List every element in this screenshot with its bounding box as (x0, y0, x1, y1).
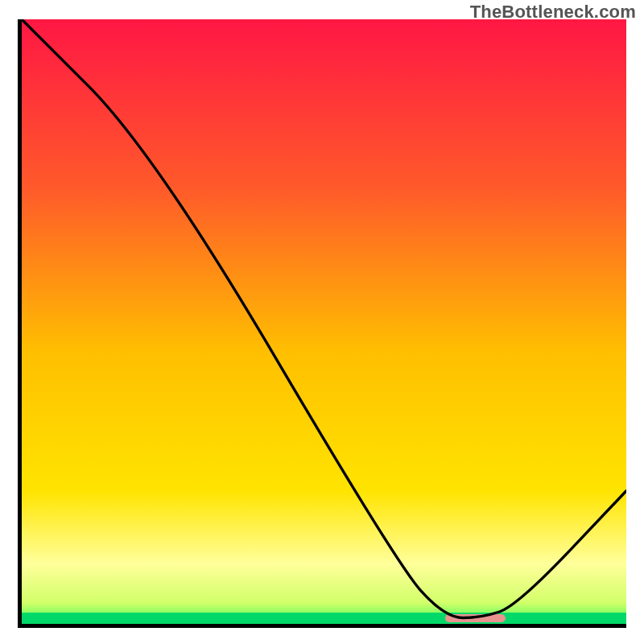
green-baseline-band (22, 613, 626, 624)
gradient-background (22, 19, 626, 624)
watermark-text: TheBottleneck.com (470, 2, 636, 23)
optimal-range-marker (445, 614, 506, 622)
svg-rect-0 (22, 19, 626, 624)
plot-area (18, 19, 626, 628)
plot-inner (18, 19, 626, 628)
chart-frame: TheBottleneck.com (0, 0, 644, 644)
